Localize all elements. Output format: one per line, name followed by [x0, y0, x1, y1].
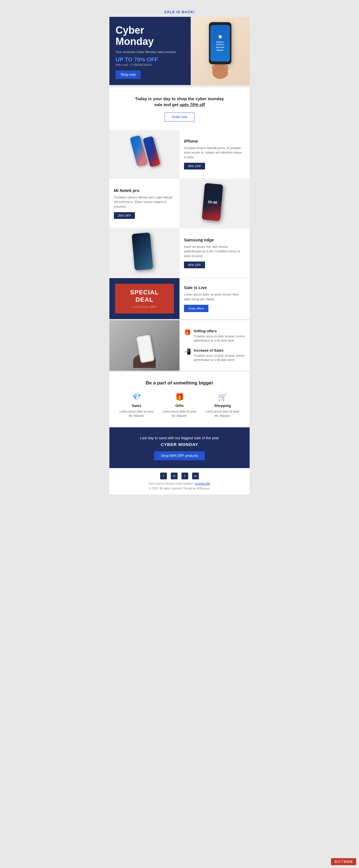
- be-part-col-shopping-desc: Lorem ipsum dolor sit amet elit. Aliquam…: [204, 409, 241, 418]
- gifting-item-2: 📲 Increase of Sales Curabitur purus mi d…: [184, 348, 245, 362]
- product-row-iphone: iPhone Quisque tempus blandit purus, in …: [109, 130, 250, 178]
- special-deal-red-bg: SPECIAL DEAL Limited time offer!: [115, 284, 174, 313]
- be-part-section: Be a part of something bigger 💎 Sales Lo…: [109, 372, 250, 426]
- samsung-image-cell: [109, 229, 180, 277]
- footer-bottom: f ◎ t in Dont want to recieve email upda…: [109, 468, 250, 494]
- gifting-item-1: 🎁 Gifting offers Curabitur purus mi dolo…: [184, 329, 245, 343]
- intro-title: Today is your day to shop the cyber mond…: [116, 96, 243, 107]
- product-grid: iPhone Quisque tempus blandit purus, in …: [109, 130, 250, 319]
- hero-banner: Cyber Monday Your exclusive Cyber Monday…: [109, 17, 250, 85]
- be-part-col-gifts-desc: Lorem ipsum dolor sit amet elit. Aliquam…: [161, 409, 198, 418]
- samsung-name: Samsung edge: [184, 238, 245, 242]
- hero-code: With code : CYBERMONDAY: [116, 63, 185, 66]
- iphone-image-cell: [109, 130, 180, 178]
- be-part-col-shopping-title: Shopping: [204, 404, 241, 408]
- sale-is-text: SALE IS: [164, 10, 182, 14]
- svg-point-1: [212, 66, 228, 79]
- footer-dark-line1: Last day to save with our biggest sale o…: [116, 435, 243, 441]
- gifts-icon: 🎁: [161, 393, 198, 401]
- iphone-info-cell: iPhone Quisque tempus blandit purus, in …: [180, 130, 250, 178]
- product-row-samsung: Samsung edge Usce vel ipsum non nibh viv…: [109, 229, 250, 277]
- footer-dark-line2: CYBER MONDAY: [116, 442, 243, 447]
- mi-image-cell: 20:48: [180, 179, 250, 227]
- samsung-image: [133, 233, 156, 273]
- facebook-icon[interactable]: f: [160, 473, 167, 479]
- copyright-text: © 2019. All rights reserved. Design by W…: [115, 487, 244, 490]
- be-part-col-gifts-title: Gifts: [161, 404, 198, 408]
- gifting-item-2-desc: Curabitur purus mi dolor sit amet, viver…: [194, 353, 245, 362]
- special-deal-title: SPECIAL DEAL: [120, 289, 169, 303]
- shop-now-button[interactable]: Shop now: [116, 70, 140, 79]
- unsubscribe-link[interactable]: Unsubscribe: [195, 482, 210, 485]
- hero-title: Cyber Monday: [116, 25, 185, 47]
- grab-offers-button[interactable]: Grab offers: [184, 305, 208, 312]
- sales-diamond-icon: 💎: [118, 393, 155, 401]
- hero-right: Believe, Achieve, Succeed, Repeat.: [191, 17, 250, 85]
- iphone-discount-btn[interactable]: 40% OFF: [184, 163, 205, 169]
- mi-name: Mi Note6 pro: [114, 188, 175, 193]
- gifting-info-cell: 🎁 Gifting offers Curabitur purus mi dolo…: [180, 320, 250, 371]
- be-part-col-gifts: 🎁 Gifts Lorem ipsum dolor sit amet elit.…: [158, 393, 201, 418]
- be-part-col-sales-desc: Lorem ipsum dolor sit amet elit. Aliquam…: [118, 409, 155, 418]
- gifting-item-1-title: Gifting offers: [194, 329, 245, 333]
- discount-suffix: OFF: [145, 56, 158, 63]
- intro-title-line2: sale and get upto 70% off: [154, 102, 205, 107]
- instagram-icon[interactable]: ◎: [171, 473, 177, 479]
- mi-image: 20:48: [203, 184, 226, 223]
- gifting-section: 🎁 Gifting offers Curabitur purus mi dolo…: [109, 320, 250, 371]
- order-now-button[interactable]: Order now: [165, 113, 194, 122]
- gifting-item-2-title: Increase of Sales: [194, 348, 245, 352]
- hero-phone-screen-text: Believe, Achieve, Succeed, Repeat.: [216, 41, 225, 52]
- gift-icon: 🎁: [184, 329, 191, 336]
- hero-phone-image: Believe, Achieve, Succeed, Repeat.: [191, 17, 250, 85]
- twitter-icon[interactable]: t: [182, 473, 188, 479]
- be-part-cols: 💎 Sales Lorem ipsum dolor sit amet elit.…: [115, 393, 244, 418]
- back-text: BACK!: [182, 10, 195, 14]
- hero-discount: UP TO 70% OFF: [116, 56, 185, 63]
- samsung-discount-btn[interactable]: 45% OFF: [184, 261, 205, 268]
- be-part-col-sales: 💎 Sales Lorem ipsum dolor sit amet elit.…: [115, 393, 158, 418]
- mi-desc: Curabitur ultrices ultrices arcu, eget a…: [114, 195, 175, 209]
- hero-phone-screen: Believe, Achieve, Succeed, Repeat.: [210, 25, 230, 61]
- sale-live-title: Sale is Live: [184, 285, 245, 290]
- hero-subtitle: Your exclusive Cyber Monday sales previe…: [116, 50, 185, 54]
- mi-discount-btn[interactable]: 25% OFF: [114, 212, 135, 219]
- hand-svg: [209, 63, 231, 80]
- social-icons: f ◎ t in: [115, 473, 244, 479]
- gifting-image: [109, 320, 180, 371]
- hero-left: Cyber Monday Your exclusive Cyber Monday…: [109, 17, 191, 85]
- watermark[interactable]: 前往下载模板: [331, 858, 356, 865]
- special-deal-row: SPECIAL DEAL Limited time offer! Sale is…: [109, 278, 250, 319]
- samsung-desc: Usce vel ipsum non nibh viverra pellente…: [184, 244, 245, 258]
- special-deal-right: Sale is Live Lorem ipsum dolor sit amet …: [180, 278, 250, 319]
- be-part-title: Be a part of something bigger: [115, 380, 244, 386]
- be-part-col-sales-title: Sales: [118, 404, 155, 408]
- sales-icon: 📲: [184, 348, 191, 355]
- footer-text: Dont want to recieve email updates? Unsu…: [115, 482, 244, 485]
- gifting-image-cell: [109, 320, 180, 371]
- intro-section: Today is your day to shop the cyber mond…: [109, 87, 250, 130]
- mi-info-cell: Mi Note6 pro Curabitur ultrices ultrices…: [109, 179, 180, 227]
- special-deal-subtitle: Limited time offer!: [120, 305, 169, 308]
- special-deal-left: SPECIAL DEAL Limited time offer!: [109, 278, 180, 319]
- samsung-info-cell: Samsung edge Usce vel ipsum non nibh viv…: [180, 229, 250, 277]
- sale-header: SALE IS BACK!: [109, 6, 250, 17]
- iphone-image: [133, 134, 156, 174]
- sale-live-desc: Lorem ipsum dolor sit amet consec tetur …: [184, 292, 245, 301]
- shopping-icon: 🛒: [204, 393, 241, 401]
- hero-phone-mockup: Believe, Achieve, Succeed, Repeat.: [209, 22, 231, 64]
- footer-dark: Last day to save with our biggest sale o…: [109, 427, 250, 468]
- gifting-item-1-desc: Curabitur purus mi dolor sit amet, viver…: [194, 334, 245, 343]
- discount-prefix: UP TO: [116, 56, 134, 63]
- iphone-name: iPhone: [184, 138, 245, 144]
- discount-value: 70%: [134, 56, 145, 63]
- intro-title-line1: Today is your day to shop the cyber mond…: [135, 96, 224, 101]
- shop-60-button[interactable]: Shop 60% OFF products: [154, 451, 205, 460]
- linkedin-icon[interactable]: in: [192, 473, 199, 479]
- product-row-mi: 20:48 Mi Note6 pro Curabitur ultrices ul…: [109, 179, 250, 227]
- no-receive-text: Dont want to recieve email updates?: [149, 482, 194, 485]
- iphone-desc: Quisque tempus blandit purus, in volutpa…: [184, 146, 245, 160]
- be-part-col-shopping: 🛒 Shopping Lorem ipsum dolor sit amet el…: [201, 393, 244, 418]
